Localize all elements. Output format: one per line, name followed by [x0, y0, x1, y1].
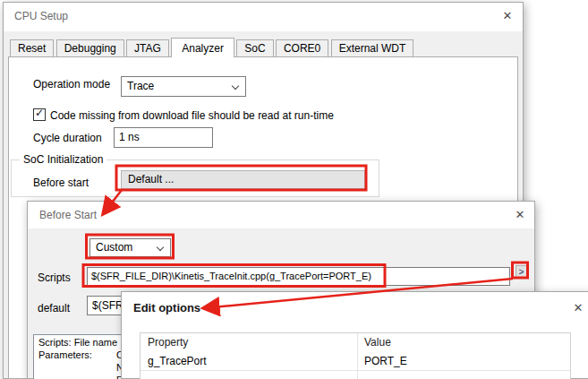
tab-reset[interactable]: Reset — [10, 39, 54, 56]
tab-soc[interactable]: SoC — [236, 39, 273, 56]
operation-mode-label: Operation mode — [33, 78, 110, 90]
tab-debugging[interactable]: Debugging — [56, 39, 124, 56]
scripts-value: $(SFR_FILE_DIR)\Kinetis_TraceInit.cpp(g_… — [91, 271, 371, 281]
close-icon: ✕ — [574, 301, 584, 314]
scripts-input[interactable]: $(SFR_FILE_DIR)\Kinetis_TraceInit.cpp(g_… — [87, 267, 510, 286]
chevron-down-icon — [232, 82, 239, 90]
tab-analyzer[interactable]: Analyzer — [171, 38, 234, 57]
tab-external-wdt[interactable]: External WDT — [331, 39, 414, 56]
before-start-default-button[interactable]: Default ... — [121, 170, 365, 189]
cell-property: g_TracePort — [148, 352, 207, 371]
info-line-2: Parameters: — [38, 349, 92, 361]
cycle-duration-input[interactable]: 1 ns — [114, 127, 213, 148]
close-button[interactable]: ✕ — [570, 300, 586, 316]
scripts-label: Scripts — [38, 271, 71, 284]
before-start-titlebar[interactable]: Before Start ✕ — [28, 202, 534, 228]
cycle-duration-value: 1 ns — [119, 131, 140, 143]
cycle-duration-label: Cycle duration — [33, 132, 102, 144]
scripts-expand-button-label: > — [519, 267, 524, 277]
code-missing-checkbox-label: Code missing from download file should b… — [50, 109, 334, 122]
close-icon: ✕ — [516, 208, 525, 221]
close-button[interactable]: ✕ — [512, 207, 528, 223]
column-header-value[interactable]: Value — [364, 333, 391, 352]
options-table: Property Value g_TracePort PORT_E — [140, 332, 571, 379]
before-start-mode-value: Custom — [96, 241, 132, 254]
cpu-setup-title: CPU Setup — [14, 10, 68, 22]
column-header-property[interactable]: Property — [148, 333, 188, 352]
before-start-title: Before Start — [39, 209, 97, 221]
close-button[interactable]: ✕ — [499, 8, 516, 24]
chevron-down-icon — [157, 244, 164, 251]
cpu-setup-tabstrip: Reset Debugging JTAG Analyzer SoC CORE0 … — [10, 38, 413, 57]
operation-mode-value: Trace — [127, 80, 154, 92]
soc-initialization-group-title: SoC Initialization — [20, 153, 107, 166]
close-icon: ✕ — [503, 9, 513, 22]
edit-options-dialog: Edit options ✕ Property Value g_TracePor… — [121, 291, 588, 379]
before-start-default-button-label: Default ... — [128, 173, 174, 185]
tab-core0[interactable]: CORE0 — [276, 39, 328, 56]
table-row[interactable]: g_TracePort PORT_E — [141, 352, 570, 371]
scripts-expand-button[interactable]: > — [516, 265, 527, 279]
default-label: default — [38, 302, 70, 314]
cpu-setup-titlebar[interactable]: CPU Setup ✕ — [4, 3, 523, 31]
tab-jtag[interactable]: JTAG — [126, 39, 169, 56]
info-line-1: Scripts: File name — [38, 337, 117, 349]
edit-options-title: Edit options — [133, 301, 200, 314]
screenshot-canvas: CPU Setup ✕ Reset Debugging JTAG Analyze… — [0, 0, 588, 379]
cell-value: PORT_E — [364, 352, 407, 371]
before-start-mode-combobox[interactable]: Custom — [89, 238, 171, 257]
code-missing-checkbox[interactable]: ✓ — [33, 108, 46, 121]
check-icon: ✓ — [34, 107, 45, 119]
operation-mode-combobox[interactable]: Trace — [121, 76, 246, 97]
table-header-row: Property Value — [141, 333, 570, 352]
before-start-label: Before start — [33, 177, 89, 189]
